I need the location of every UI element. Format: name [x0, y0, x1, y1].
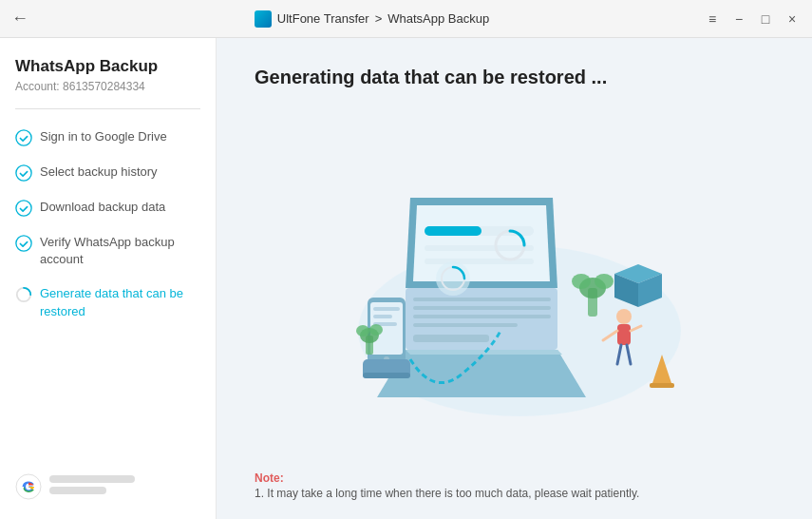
svg-rect-21	[425, 259, 534, 264]
svg-rect-13	[413, 315, 551, 318]
titlebar-title: UltFone Transfer > WhatsApp Backup	[40, 10, 704, 28]
step-3-label: Download backup data	[40, 199, 165, 216]
svg-rect-15	[413, 335, 489, 342]
svg-rect-43	[650, 383, 674, 388]
note-label: Note:	[255, 471, 784, 485]
svg-point-33	[356, 325, 369, 336]
sidebar: WhatsApp Backup Account: 8613570284334 S…	[0, 38, 217, 519]
note-area: Note: 1. It may take a long time when th…	[255, 471, 784, 500]
step-1-icon	[15, 129, 32, 146]
svg-rect-30	[363, 373, 410, 378]
svg-point-44	[616, 309, 632, 324]
step-5: Generate data that can be restored	[15, 285, 200, 319]
svg-marker-17	[413, 205, 550, 281]
step-2: Select backup history	[15, 163, 200, 182]
illustration-area	[255, 98, 784, 468]
svg-rect-20	[425, 245, 534, 251]
window-controls: ≡ − □ ×	[704, 10, 801, 28]
svg-rect-25	[373, 307, 400, 311]
svg-point-0	[16, 130, 31, 145]
svg-rect-19	[425, 226, 482, 236]
svg-rect-11	[413, 298, 551, 301]
svg-rect-45	[617, 324, 631, 345]
step-1: Sign in to Google Drive	[15, 128, 200, 146]
breadcrumb-separator: >	[375, 11, 383, 26]
maximize-button[interactable]: □	[757, 10, 774, 28]
sidebar-steps: Sign in to Google Drive Select backup hi…	[15, 128, 200, 458]
back-button[interactable]: ←	[11, 9, 28, 29]
sidebar-divider	[15, 108, 200, 109]
svg-marker-9	[406, 350, 562, 355]
step-2-icon	[15, 164, 32, 182]
page-name: WhatsApp Backup	[387, 11, 489, 26]
step-1-label: Sign in to Google Drive	[40, 128, 167, 145]
svg-rect-26	[373, 315, 392, 318]
svg-rect-14	[413, 323, 518, 327]
illustration-svg	[311, 141, 728, 426]
step-3: Download backup data	[15, 199, 200, 217]
google-account-line2	[49, 487, 106, 494]
svg-point-2	[16, 201, 31, 216]
menu-icon[interactable]: ≡	[704, 10, 721, 28]
content-area: Generating data that can be restored ...	[217, 38, 812, 519]
step-2-label: Select backup history	[40, 163, 158, 181]
step-4-icon	[15, 235, 32, 252]
content-title: Generating data that can be restored ...	[255, 67, 784, 88]
sidebar-title: WhatsApp Backup	[15, 57, 200, 76]
sidebar-account: Account: 8613570284334	[15, 80, 200, 93]
step-4-label: Verify WhatsApp backup account	[40, 234, 200, 268]
svg-point-34	[369, 324, 383, 336]
step-4: Verify WhatsApp backup account	[15, 234, 200, 268]
sidebar-bottom: G	[15, 458, 200, 500]
svg-point-3	[16, 236, 31, 251]
main-layout: WhatsApp Backup Account: 8613570284334 S…	[0, 38, 812, 519]
google-account-placeholder	[49, 475, 163, 498]
svg-point-38	[595, 274, 614, 289]
step-3-icon	[15, 200, 32, 217]
svg-point-1	[16, 165, 31, 181]
close-button[interactable]: ×	[784, 10, 801, 28]
google-account-line1	[49, 475, 135, 483]
svg-rect-12	[413, 306, 551, 310]
app-name: UltFone Transfer	[277, 11, 369, 26]
app-logo	[255, 10, 272, 28]
step-5-label: Generate data that can be restored	[40, 285, 200, 319]
minimize-button[interactable]: −	[730, 10, 747, 28]
step-5-spinning-icon	[15, 286, 32, 303]
google-icon: G	[15, 473, 42, 500]
svg-point-37	[572, 274, 591, 289]
note-text: 1. It may take a long time when there is…	[255, 487, 784, 500]
titlebar: ← UltFone Transfer > WhatsApp Backup ≡ −…	[0, 0, 812, 38]
